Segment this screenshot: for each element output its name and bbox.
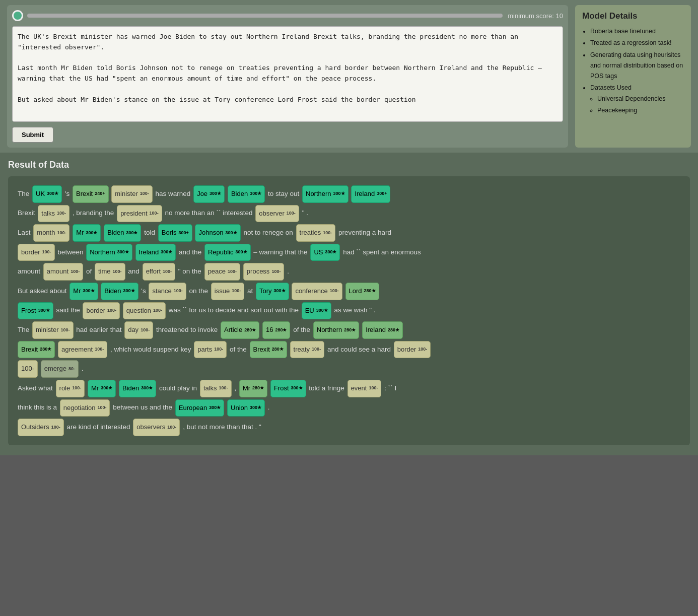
token-us: US 300★: [310, 244, 340, 261]
plain-word: was `` for us to decide and sort out wit…: [169, 306, 299, 314]
token-biden-3: Biden 300★: [101, 283, 138, 300]
token-brexit-2: Brexit 280★: [18, 341, 55, 359]
plain-word: had `` spent an enormous: [343, 248, 421, 256]
plain-word: told a fringe: [309, 384, 344, 392]
results-section: Result of Data The UK 300★ 's Brexit 240…: [0, 153, 698, 455]
token-uk: UK 300★: [32, 185, 62, 203]
plain-word: amount: [18, 267, 40, 275]
plain-word: said the: [56, 306, 80, 314]
plain-word: – warning that the: [253, 248, 307, 256]
plain-word: told: [144, 229, 155, 236]
plain-word: ,: [234, 384, 236, 392]
plain-word: , but not more than that . ": [183, 423, 261, 431]
token-minister-2: minister 100-: [32, 321, 74, 339]
token-brexit-1: Brexit 240+: [73, 185, 109, 203]
plain-word: .: [268, 403, 270, 411]
plain-word: " on the: [178, 267, 201, 275]
token-observer-1: observer 100-: [255, 205, 299, 223]
model-details-title: Model Details: [582, 11, 684, 21]
plain-word: " .: [302, 209, 308, 217]
plain-word: .: [287, 267, 289, 275]
model-detail-item: Generating data using heurisitcs and nor…: [590, 50, 684, 82]
top-bar: minimum score: 10 The UK's Brexit minist…: [0, 0, 698, 153]
slider-track[interactable]: [27, 14, 503, 18]
plain-word: Brexit: [18, 209, 35, 217]
token-minister-1: minister 100-: [111, 185, 153, 203]
token-northern-2: Northern 300★: [86, 244, 132, 261]
score-label: minimum score: 10: [508, 12, 563, 20]
plain-word: of: [86, 267, 92, 275]
dataset-item: Peacekeeping: [597, 105, 684, 116]
results-title: Result of Data: [8, 160, 690, 170]
token-parts: parts 100-: [194, 341, 227, 359]
token-mr-2: Mr 300★: [69, 283, 98, 300]
token-border-3: border 100-: [394, 341, 431, 359]
token-treaty: treaty 100-: [290, 341, 325, 359]
token-border-1: border 100-: [18, 244, 55, 261]
plain-word: between us and the: [113, 403, 172, 411]
token-northern-3: Northern 280★: [313, 321, 360, 339]
token-union: Union 300★: [227, 399, 265, 417]
token-emerge: emerge 80-: [41, 360, 79, 378]
plain-word: The: [18, 190, 29, 197]
token-biden-2: Biden 300★: [104, 224, 141, 242]
token-negotiation: negotiation 100-: [60, 399, 110, 417]
token-mr-3: Mr 300★: [88, 380, 116, 397]
submit-button[interactable]: Submit: [12, 127, 53, 143]
plain-word: Asked what: [18, 384, 53, 392]
token-stance: stance 100-: [149, 283, 186, 300]
token-amount: amount 100-: [43, 263, 83, 281]
plain-word: think this is a: [18, 403, 57, 411]
slider-thumb[interactable]: [12, 10, 23, 21]
plain-word: between: [57, 248, 83, 256]
results-content: The UK 300★ 's Brexit 240+ minister 100-…: [8, 176, 690, 445]
token-question: question 100-: [123, 302, 166, 320]
plain-word: and the: [179, 248, 201, 256]
token-frost-1: Frost 300★: [18, 302, 53, 320]
model-panel: Model Details Roberta base finetuned Tre…: [575, 5, 691, 148]
token-ireland-3: Ireland 280★: [362, 321, 403, 339]
token-event: event 100-: [347, 380, 382, 397]
input-panel: minimum score: 10 The UK's Brexit minist…: [7, 5, 568, 148]
score-row: minimum score: 10: [12, 10, 563, 21]
token-lord: Lord 280★: [345, 283, 379, 300]
text-input[interactable]: The UK's Brexit minister has warned Joe …: [12, 26, 563, 122]
token-european: European 300★: [175, 399, 224, 417]
plain-word: had earlier that: [76, 326, 121, 333]
model-detail-item: Roberta base finetuned: [590, 26, 684, 37]
plain-word: Last: [18, 229, 31, 236]
plain-word: threatened to invoke: [156, 326, 218, 333]
token-day: day 100-: [124, 321, 153, 339]
token-month: month 100-: [33, 224, 69, 242]
token-tory-1: Tory 300★: [256, 283, 289, 300]
slider-container: [12, 10, 503, 21]
datasets-list: Universal Dependencies Peacekeeping: [590, 94, 684, 116]
plain-word: are kind of interested: [66, 423, 130, 431]
token-joe: Joe 300★: [193, 185, 225, 203]
plain-word: : `` I: [384, 384, 396, 392]
token-biden-4: Biden 300★: [119, 380, 156, 397]
token-biden-1: Biden 300★: [228, 185, 265, 203]
token-mr-1: Mr 300★: [73, 224, 101, 242]
plain-word: at: [247, 287, 253, 295]
token-conference: conference 100-: [292, 283, 342, 300]
token-brexit-3: Brexit 280★: [250, 341, 287, 359]
plain-word: preventing a hard: [338, 229, 391, 236]
plain-word: and could see a hard: [327, 346, 391, 353]
plain-word: of the: [293, 326, 310, 333]
token-boris: Boris 300+: [158, 224, 192, 242]
plain-word: no more than an `` interested: [165, 209, 252, 217]
token-eu: EU 300★: [302, 302, 331, 320]
model-detail-item: Treated as a regression task!: [590, 38, 684, 48]
token-article: Article 280★: [221, 321, 259, 339]
plain-word: .: [82, 365, 84, 372]
plain-word: as we wish " .: [334, 306, 376, 314]
token-johnson: Johnson 300★: [195, 224, 240, 242]
token-republic: Republic 300★: [204, 244, 251, 261]
plain-word: of the: [230, 346, 247, 353]
plain-word: But asked about: [18, 287, 67, 295]
token-observers: observers 100-: [133, 419, 180, 436]
token-16: 16 280★: [262, 321, 291, 339]
token-talks-2: talks 100-: [200, 380, 232, 397]
token-process: process 100-: [243, 263, 285, 281]
